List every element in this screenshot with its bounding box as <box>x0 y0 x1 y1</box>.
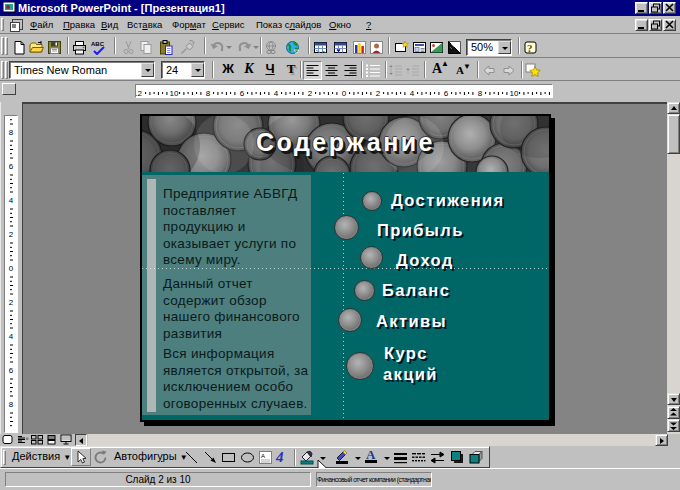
svg-text:2: 2 <box>376 89 381 98</box>
svg-text:8: 8 <box>9 400 14 409</box>
svg-text:2: 2 <box>9 298 14 307</box>
svg-text:10: 10 <box>170 89 179 98</box>
svg-text:0: 0 <box>342 89 347 98</box>
svg-text:А: А <box>261 453 265 459</box>
svg-text:2: 2 <box>9 230 14 239</box>
svg-text:2: 2 <box>308 89 313 98</box>
svg-text:8: 8 <box>478 89 483 98</box>
svg-text:ABC: ABC <box>91 41 105 47</box>
svg-text:4: 4 <box>9 332 14 341</box>
svg-text:4: 4 <box>275 449 284 465</box>
svg-text:8: 8 <box>206 89 211 98</box>
svg-text:4: 4 <box>9 196 14 205</box>
svg-text:8: 8 <box>9 128 14 137</box>
svg-text:6: 6 <box>9 162 14 171</box>
svg-text:10: 10 <box>510 89 519 98</box>
svg-text:4: 4 <box>274 89 279 98</box>
svg-text:?: ? <box>527 42 533 54</box>
svg-text:6: 6 <box>444 89 449 98</box>
svg-text:0: 0 <box>9 264 14 273</box>
svg-text:4: 4 <box>410 89 415 98</box>
svg-text:6: 6 <box>240 89 245 98</box>
svg-text:12: 12 <box>136 89 142 98</box>
svg-text:6: 6 <box>9 366 14 375</box>
